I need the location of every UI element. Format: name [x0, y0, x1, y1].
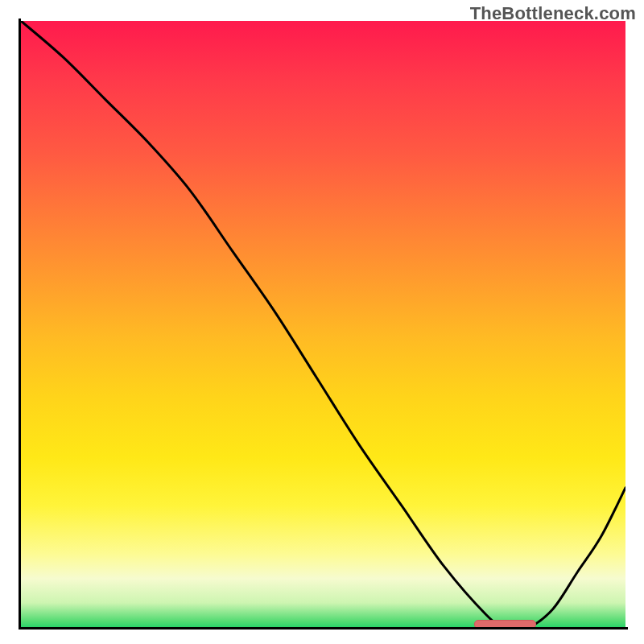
chart-background-gradient: [21, 21, 625, 627]
optimum-marker: [474, 620, 536, 629]
